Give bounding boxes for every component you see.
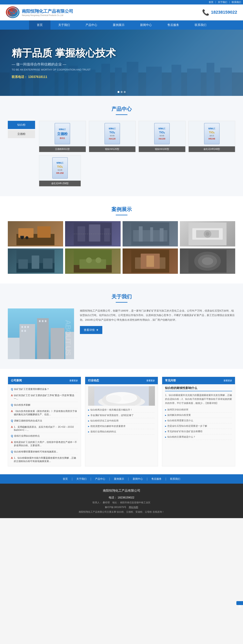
footer-sitemap-link[interactable]: 网站地图	[129, 506, 138, 508]
faq-more[interactable]: 查看更多	[224, 379, 232, 382]
banner-title: 精于品质 掌握核心技术	[12, 46, 231, 60]
banner-dots	[118, 91, 126, 93]
faq-item-6[interactable]: 钛白粉的主要用途是什么？	[165, 434, 232, 440]
news-item-q1[interactable]: Q 钛矿洗矿工艺需要用到哪些设备？	[11, 386, 78, 392]
news-item-q5[interactable]: Q 钛白粉有哪些重要的物性可有效地施展发...	[11, 449, 78, 455]
industry-news-item-2[interactable]: 非金属矿粉钛矿体景面改性，这5招足够了	[88, 413, 155, 418]
top-bar: 首页 | 关于我们 | 联系我们	[0, 0, 243, 4]
case-img-7[interactable]	[122, 248, 178, 274]
about-detail-btn[interactable]: 查看详情 +	[80, 326, 102, 334]
svg-point-20	[21, 236, 24, 239]
news-item-a2[interactable]: A 《钛白技术的新发展（新技术政策）》开设有推出用房关于保健的氯化法代谢酰脲碳生…	[11, 408, 78, 418]
news-item-a1[interactable]: A 钛矿的洗矿工艺 钛矿主要的选矿工序有'重选一浮选'和'重选一...	[11, 392, 78, 402]
nav-item-news[interactable]: 新闻中心	[132, 20, 160, 30]
footer-desc-row: 南阳恒翔化工产品有限公司主要从事 钛白粉、立德粉、安迪粉、云母粉 在线咨询！	[8, 510, 235, 514]
products-layout: 钛白粉 立德粉 恒翔化工 立德粉 B311 立德粉B311型	[8, 121, 235, 186]
nav-item-service[interactable]: 售后服务	[160, 20, 187, 30]
footer-nav-home[interactable]: 首页	[63, 477, 68, 481]
company-news-more[interactable]: 查看更多	[69, 379, 78, 382]
industry-news-item-1[interactable]: 钛白粉再次提价！相关概念股大幅拉升！	[88, 407, 155, 413]
news-item-q2[interactable]: Q 钛白粉技术新解	[11, 402, 78, 408]
svg-rect-67	[42, 320, 44, 322]
product-card-1[interactable]: 恒翔化工 立德粉 B311 立德粉B311型	[39, 121, 86, 152]
banner-dot-1[interactable]	[118, 91, 120, 93]
about-label: ABOUT US	[64, 320, 72, 355]
banner-phone: 联系电话： 13037618111	[12, 75, 231, 79]
header: 南阳恒翔化工产品有限公司 Nanyang Hengxiang Chemical …	[0, 4, 243, 20]
footer-phone-row: 电话： 18238159022	[8, 495, 235, 500]
svg-rect-30	[150, 227, 153, 242]
product-card-5[interactable]: 恒翔化工 TiO₂ 钛白粉 HR-258 金红石HR-258型	[39, 155, 81, 186]
about-plus-icon: +	[96, 328, 98, 332]
case-img-3[interactable]	[122, 221, 178, 246]
news-section: 公司新闻 查看更多 Q 钛矿洗矿工艺需要用到哪些设备？ A 钛矿的洗矿工艺 钛矿…	[0, 369, 243, 474]
footer-nav-contact[interactable]: 联系我们	[170, 477, 180, 481]
about-layout: ABOUT US 南阳恒翔化工产品有限公司，创建于1995年，是一家专门从事矿矿…	[8, 308, 235, 359]
banner-dot-2[interactable]	[120, 91, 122, 93]
topbar-about-link[interactable]: 关于我们	[218, 0, 227, 4]
news-item-a4[interactable]: A 造纸是钛矿工业的第三大用户，但纸张中因考虑生产成本一不多使用钛白粉。主要使用…	[11, 439, 78, 449]
product-card-4[interactable]: 恒翔化工 TiO₂ 金红石 HR248 金红石HR248型	[188, 121, 236, 152]
case-img-1[interactable]	[8, 221, 63, 246]
logo-area: 南阳恒翔化工产品有限公司 Nanyang Hengxiang Chemical …	[6, 6, 73, 18]
banner-subtitle2: TO BE AN ENTERPRISE WORTHY OF COOPERATIO…	[12, 68, 231, 71]
svg-rect-59	[8, 338, 20, 359]
faq-main-question[interactable]: 钛白粉的耐候性影响什么	[165, 386, 232, 391]
sidebar-btn-lithopone[interactable]: 立德粉	[8, 130, 35, 138]
news-item-a5[interactable]: A 1、钛白粉吸收紫外光能力和覆盖吸收紫外光发生降解，正确的立德粉钛白粉可有效地…	[11, 455, 78, 464]
banner-content: 精于品质 掌握核心技术 — 做一间值得合作和信赖的企业 — TO BE AN E…	[12, 46, 231, 79]
product-bag-2: 恒翔化工 TiO₂ 钛白粉 HA120	[104, 123, 120, 144]
product-img-3: 恒翔化工 TiO₂ 钛白粉 HA100	[139, 121, 185, 146]
industry-news-item-3[interactable]: 钛白粉经济在工业中的应用	[88, 418, 155, 424]
svg-point-36	[206, 232, 210, 236]
main-nav: 首页 关于我们 产品中心 案例展示 新闻中心 售后服务 联系我们	[0, 20, 243, 30]
company-news-body: Q 钛矿洗矿工艺需要用到哪些设备？ A 钛矿的洗矿工艺 钛矿主要的选矿工序有'重…	[8, 384, 81, 466]
industry-news-item-5[interactable]: 造纸行业用钛白粉的特点	[88, 429, 155, 434]
footer-nav-about[interactable]: 关于我们	[76, 477, 86, 481]
nav-item-cases[interactable]: 案例展示	[105, 20, 132, 30]
nav-item-about[interactable]: 关于我们	[50, 20, 78, 30]
industry-news-more[interactable]: 查看更多	[146, 379, 155, 382]
faq-item-1[interactable]: 如何区分钛白粉好坏	[165, 407, 232, 412]
svg-point-46	[96, 258, 101, 263]
about-title: 关于我们	[8, 293, 235, 302]
faq-body: 钛白粉的耐候性影响什么 1、钛白粉吸收紫外光光能力的覆盖能吸收紫外光发生降解，正…	[162, 384, 235, 442]
news-item-q4[interactable]: Q 造纸行业用钛白粉的特点	[11, 433, 78, 439]
faq-item-3[interactable]: 钛白粉应用需要注意什么	[165, 418, 232, 424]
footer-nav-service[interactable]: 售后服务	[152, 477, 162, 481]
footer-nav-cases[interactable]: 案例展示	[114, 477, 124, 481]
news-item-a3[interactable]: A 1、采用硫酸混原原法、反应方程式如下： 2C+O2→2CO2 BaSO4+C…	[11, 424, 78, 433]
footer-nav-products[interactable]: 产品中心	[95, 477, 105, 481]
svg-rect-29	[139, 226, 143, 242]
case-img-4[interactable]	[180, 221, 235, 246]
topbar-home-link[interactable]: 首页	[209, 0, 214, 4]
industry-news-item-4[interactable]: 统统清楚对钛白解析年的质量要求	[88, 424, 155, 429]
products-extra-row: 恒翔化工 TiO₂ 钛白粉 HR-258 金红石HR-258型	[39, 155, 235, 186]
product-card-3[interactable]: 恒翔化工 TiO₂ 钛白粉 HA100 锐钛HA100型	[138, 121, 186, 152]
nav-item-contact[interactable]: 联系我们	[187, 20, 214, 30]
case-img-5[interactable]	[8, 248, 63, 274]
cases-grid	[8, 221, 235, 274]
nav-item-home[interactable]: 首页	[29, 20, 50, 30]
faq-item-2[interactable]: 如何解决来钛白粉变黄	[165, 412, 232, 418]
footer-nav-news[interactable]: 新闻中心	[133, 477, 143, 481]
nav-item-products[interactable]: 产品中心	[78, 20, 105, 30]
topbar-contact-link[interactable]: 联系我们	[232, 0, 241, 4]
products-title: 产品中心	[8, 106, 235, 115]
phone-number: 18238159022	[211, 10, 237, 15]
product-card-2[interactable]: 恒翔化工 TiO₂ 钛白粉 HA120 锐钛HA120型	[89, 121, 136, 152]
svg-rect-66	[39, 320, 40, 322]
faq-item-5[interactable]: 常见的钛矿矿粉分选矿选法有哪些	[165, 429, 232, 434]
news-item-q3[interactable]: Q 讲解立德粉技性的合成方法	[11, 418, 78, 424]
case-img-2[interactable]	[65, 221, 120, 246]
case-img-8[interactable]	[180, 248, 235, 274]
logo-icon	[6, 6, 20, 18]
banner-dot-3[interactable]	[124, 91, 126, 93]
industry-news-img	[88, 386, 155, 406]
case-img-6[interactable]	[65, 248, 120, 274]
sidebar-btn-titanium[interactable]: 钛白粉	[8, 121, 35, 129]
faq-item-4[interactable]: 您是金红石型钛白粉还需要进一步了解	[165, 424, 232, 429]
product-bag-4: 恒翔化工 TiO₂ 金红石 HR248	[204, 123, 220, 144]
cases-title: 案例展示	[8, 206, 235, 215]
svg-rect-24	[89, 224, 100, 242]
